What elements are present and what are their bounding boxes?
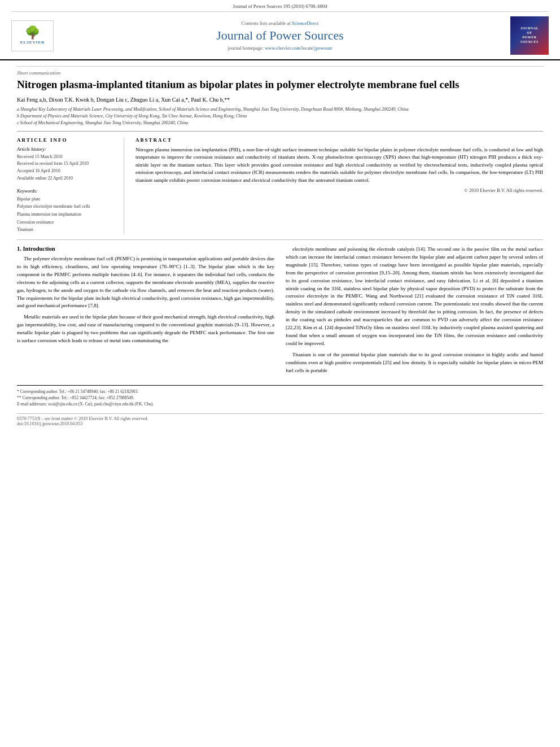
sciencedirect-link[interactable]: ScienceDirect bbox=[292, 20, 319, 26]
keyword-2: Polymer electrolyte membrane fuel cells bbox=[17, 203, 116, 211]
keyword-4: Corrosion resistance bbox=[17, 219, 116, 226]
keyword-5: Titanium bbox=[17, 226, 116, 234]
elsevier-brand-text: ELSEVIER bbox=[20, 40, 45, 45]
footnote-corresponding-2: ** Corresponding author. Tel.: +852 3442… bbox=[17, 395, 543, 401]
journal-title: Journal of Power Sources bbox=[56, 28, 504, 43]
footer-issn: 0378-7753/$ – see front matter © 2010 El… bbox=[17, 416, 543, 421]
affiliation-b: b Department of Physics and Materials Sc… bbox=[17, 113, 543, 120]
intro-heading: 1. Introduction bbox=[17, 246, 274, 252]
intro-para-2: Metallic materials are used in the bipol… bbox=[17, 313, 274, 345]
affiliation-c: c School of Mechanical Engineering, Shan… bbox=[17, 120, 543, 126]
article-history: Article history: Received 15 March 2010 … bbox=[17, 146, 116, 182]
keyword-1: Bipolar plate bbox=[17, 195, 116, 203]
logo-box: JOURNALOFPOWERSOURCES bbox=[510, 16, 549, 55]
footnote-corresponding-1: * Corresponding author. Tel.: +86 21 547… bbox=[17, 388, 543, 395]
journal-info-bar: Journal of Power Sources 195 (2010) 6798… bbox=[11, 3, 549, 12]
body-left-col: 1. Introduction The polymer electrolyte … bbox=[17, 246, 274, 378]
keywords-label: Keywords: bbox=[17, 188, 116, 194]
homepage-label: journal homepage: bbox=[228, 45, 264, 51]
copyright: © 2010 Elsevier B.V. All rights reserved… bbox=[135, 187, 543, 193]
header-content: 🌳 ELSEVIER Contents lists available at S… bbox=[0, 12, 560, 59]
elsevier-logo-box: 🌳 ELSEVIER bbox=[11, 20, 54, 51]
article-info-col: ARTICLE INFO Article history: Received 1… bbox=[17, 137, 124, 234]
intro-body-text: The polymer electrolyte membrane fuel ce… bbox=[17, 255, 274, 345]
article-info-abstract: ARTICLE INFO Article history: Received 1… bbox=[17, 137, 543, 234]
footnotes: * Corresponding author. Tel.: +86 21 547… bbox=[17, 385, 543, 408]
article-info-title: ARTICLE INFO bbox=[17, 137, 116, 143]
intro-para-1: The polymer electrolyte membrane fuel ce… bbox=[17, 255, 274, 311]
section-number: 1. bbox=[17, 246, 21, 252]
keyword-3: Plasma immersion ion implantation bbox=[17, 211, 116, 219]
available-date: Available online 22 April 2010 bbox=[17, 175, 116, 182]
received-revised-date: Received in revised form 15 April 2010 bbox=[17, 160, 116, 168]
affiliations: a Shanghai Key Laboratory of Materials L… bbox=[17, 106, 543, 132]
abstract-col: ABSTRACT Nitrogen plasma immersion ion i… bbox=[135, 137, 543, 234]
section-title: Introduction bbox=[23, 246, 55, 252]
footer-bar: 0378-7753/$ – see front matter © 2010 El… bbox=[17, 413, 543, 426]
right-para-2: Titanium is one of the potential bipolar… bbox=[286, 351, 543, 375]
divider bbox=[17, 239, 543, 240]
power-sources-logo: JOURNALOFPOWERSOURCES bbox=[504, 16, 549, 55]
keywords-section: Keywords: Bipolar plate Polymer electrol… bbox=[17, 188, 116, 234]
body-right-text: electrolyte membrane and poisoning the e… bbox=[286, 246, 543, 375]
abstract-text: Nitrogen plasma immersion ion implantati… bbox=[135, 146, 543, 185]
article-title: Nitrogen plasma-implanted titanium as bi… bbox=[17, 78, 543, 92]
contents-line: Contents lists available at ScienceDirec… bbox=[56, 20, 504, 26]
elsevier-logo: 🌳 ELSEVIER bbox=[11, 20, 56, 51]
footnote-email: E-mail addresses: xcai@sjtu.edu.cn (X. C… bbox=[17, 401, 543, 407]
journal-homepage: journal homepage: www.elsevier.com/locat… bbox=[56, 45, 504, 51]
journal-citation: Journal of Power Sources 195 (2010) 6798… bbox=[233, 3, 327, 9]
history-label: Article history: bbox=[17, 146, 116, 152]
footer-doi: doi:10.1016/j.jpowsour.2010.04.053 bbox=[17, 421, 543, 426]
affiliation-a: a Shanghai Key Laboratory of Materials L… bbox=[17, 106, 543, 113]
received-date: Received 15 March 2010 bbox=[17, 154, 116, 161]
body-content: 1. Introduction The polymer electrolyte … bbox=[17, 246, 543, 378]
contents-text: Contents lists available at bbox=[242, 20, 291, 26]
abstract-title: ABSTRACT bbox=[135, 137, 543, 143]
elsevier-tree-icon: 🌳 bbox=[25, 27, 40, 39]
homepage-url[interactable]: www.elsevier.com/locate/jpowsour bbox=[265, 45, 332, 51]
main-content: Short communication Nitrogen plasma-impl… bbox=[0, 60, 560, 432]
article-type: Short communication bbox=[17, 66, 543, 76]
logo-box-text: JOURNALOFPOWERSOURCES bbox=[520, 27, 539, 44]
accepted-date: Accepted 16 April 2010 bbox=[17, 168, 116, 175]
right-para-1: electrolyte membrane and poisoning the e… bbox=[286, 246, 543, 348]
authors: Kai Feng a,b, Dixon T.K. Kwok b, Dongan … bbox=[17, 97, 543, 103]
journal-center: Contents lists available at ScienceDirec… bbox=[56, 20, 504, 51]
journal-header: Journal of Power Sources 195 (2010) 6798… bbox=[0, 0, 560, 60]
body-right-col: electrolyte membrane and poisoning the e… bbox=[286, 246, 543, 378]
